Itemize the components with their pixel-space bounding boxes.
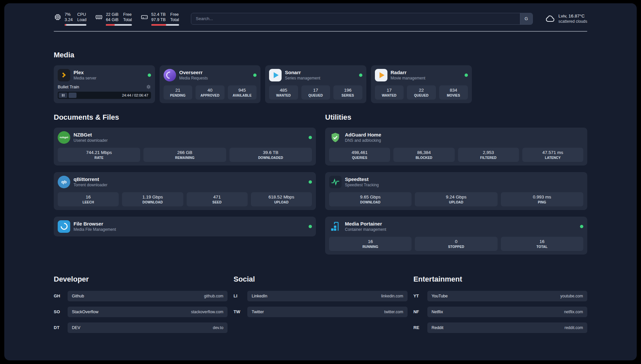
bookmark-stackoverflow[interactable]: SO StackOverflow stackoverflow.com xyxy=(54,307,228,317)
search-input[interactable] xyxy=(191,13,520,24)
stat-queued: 17 QUEUED xyxy=(301,85,330,100)
stat-ping: 0.993 ms PING xyxy=(501,192,583,206)
card-speedtest[interactable]: Speedtest Speedtest Tracking 9.65 Gbps D… xyxy=(325,172,587,210)
bookmark-github[interactable]: GH Github github.com xyxy=(54,291,228,301)
bookmark-url: dev.to xyxy=(213,325,224,330)
stat-label: PING xyxy=(502,200,583,204)
stat-download: 9.65 Gbps DOWNLOAD xyxy=(329,192,412,206)
stat-upload: 9.24 Gbps UPLOAD xyxy=(415,192,497,206)
playback-time: 24:44 / 02:06:47 xyxy=(120,93,150,97)
stat-label: PENDING xyxy=(164,94,192,97)
app-subtitle: Torrent downloader xyxy=(74,183,107,187)
cpu-progress-bar xyxy=(65,24,86,26)
card-overseerr[interactable]: Overseerr Media Requests 21 PENDING 40 A… xyxy=(160,65,261,103)
app-subtitle: DNS and adblocking xyxy=(345,138,381,143)
bookmark-url: stackoverflow.com xyxy=(191,310,223,314)
stat-queries: 498,461 QUERIES xyxy=(329,148,390,162)
stat-value: 266 GB xyxy=(144,150,225,155)
stat-rate: 744.21 Mbps RATE xyxy=(58,148,140,162)
bookmark-abbr: TW xyxy=(233,309,247,314)
stat-value: 21 xyxy=(164,88,192,93)
bookmark-dev[interactable]: DT DEV dev.to xyxy=(54,322,228,333)
ram-label-1: Free xyxy=(123,12,132,17)
stat-value: 834 xyxy=(440,88,468,93)
plex-icon xyxy=(58,69,70,81)
social-column: Social LI LinkedIn linkedin.com TW Twitt… xyxy=(233,275,407,338)
app-title: Plex xyxy=(74,70,96,75)
card-qbittorrent[interactable]: qb qBittorrent Torrent downloader 16 LEE… xyxy=(54,172,316,210)
bookmark-netflix[interactable]: NF Netflix netflix.com xyxy=(413,307,587,317)
card-radarr[interactable]: Radarr Movie management 17 WANTED 22 QUE… xyxy=(371,65,472,103)
card-adguard[interactable]: AdGuard Home DNS and adblocking 498,461 … xyxy=(325,128,587,166)
media-heading: Media xyxy=(54,51,587,59)
stat-movies: 834 MOVIES xyxy=(439,85,468,100)
stat-value: 498,461 xyxy=(330,150,389,155)
status-dot xyxy=(309,225,312,228)
app-title: Sonarr xyxy=(285,70,320,75)
stat-label: DOWNLOAD xyxy=(330,200,411,204)
stat-value: 945 xyxy=(229,88,256,93)
stat-label: QUEUED xyxy=(408,94,435,97)
qbittorrent-icon-text: qb xyxy=(61,179,67,184)
card-filebrowser[interactable]: File Browser Media File Management xyxy=(54,217,316,236)
seek-bar[interactable] xyxy=(69,93,119,98)
stat-label: RATE xyxy=(58,156,139,160)
bookmark-youtube[interactable]: YT YouTube youtube.com xyxy=(413,291,587,301)
app-title: File Browser xyxy=(74,221,116,227)
bookmark-abbr: DT xyxy=(54,325,68,330)
status-dot xyxy=(465,74,468,77)
stat-label: WANTED xyxy=(270,94,297,97)
bookmark-reddit[interactable]: RE Reddit reddit.com xyxy=(413,322,587,333)
utilities-heading: Utilities xyxy=(325,113,587,122)
nzbget-icon-text: nzbget xyxy=(60,136,68,139)
search-engine-button[interactable]: G xyxy=(520,13,533,24)
bookmark-linkedin[interactable]: LI LinkedIn linkedin.com xyxy=(233,291,407,301)
cloud-icon xyxy=(545,14,555,24)
cpu-label-2: Load xyxy=(77,17,86,22)
stat-total: 16 TOTAL xyxy=(501,237,583,251)
pause-button[interactable] xyxy=(59,93,67,98)
card-portainer[interactable]: Media Portainer Container management 16 … xyxy=(325,217,587,255)
stat-label: QUEUED xyxy=(302,94,330,97)
stat-label: DOWNLOADED xyxy=(230,156,311,160)
gear-icon[interactable] xyxy=(146,84,151,89)
topbar: 7% 3.24 CPU Load xyxy=(54,12,587,26)
stat-value: 196 xyxy=(334,88,362,93)
card-nzbget[interactable]: nzbget NZBGet Usenet downloader 744.21 M… xyxy=(54,128,316,166)
stat-series: 196 SERIES xyxy=(333,85,362,100)
disk-progress-bar xyxy=(151,24,179,26)
bookmark-url: reddit.com xyxy=(565,325,583,330)
nzbget-icon: nzbget xyxy=(58,131,70,144)
bookmark-url: twitter.com xyxy=(384,310,403,314)
card-plex[interactable]: Plex Media server Bullet Train xyxy=(54,65,155,103)
adguard-icon xyxy=(329,131,342,144)
entertainment-heading: Entertainment xyxy=(413,275,587,284)
stat-wanted: 485 WANTED xyxy=(269,85,298,100)
stat-download: 1.19 Gbps DOWNLOAD xyxy=(122,192,183,206)
disk-label-2: Total xyxy=(170,17,179,22)
stat-label: REMAINING xyxy=(144,156,225,160)
stat-value: 17 xyxy=(302,88,330,93)
app-subtitle: Media File Management xyxy=(74,227,116,232)
stat-value: 39.6 TB xyxy=(230,150,311,155)
bookmark-twitter[interactable]: TW Twitter twitter.com xyxy=(233,307,407,317)
bookmark-abbr: NF xyxy=(413,309,427,314)
stat-value: 485 xyxy=(270,88,297,93)
stat-leech: 16 LEECH xyxy=(58,192,119,206)
app-title: Speedtest xyxy=(345,176,379,182)
app-title: Media Portainer xyxy=(345,221,386,227)
bookmark-abbr: YT xyxy=(413,293,427,298)
stat-label: RUNNING xyxy=(330,245,411,249)
cpu-widget: 7% 3.24 CPU Load xyxy=(54,12,86,26)
ram-progress-fill xyxy=(106,24,115,26)
card-sonarr[interactable]: Sonarr Series management 485 WANTED 17 Q… xyxy=(265,65,366,103)
weather-widget[interactable]: Lviv, 16.87°C scattered clouds xyxy=(545,14,587,24)
status-dot xyxy=(580,225,583,228)
qbittorrent-icon: qb xyxy=(58,176,70,188)
weather-condition: scattered clouds xyxy=(559,19,587,24)
dashboard: 7% 3.24 CPU Load xyxy=(4,3,637,360)
developer-heading: Developer xyxy=(54,275,228,284)
cpu-percent: 7% xyxy=(65,12,73,17)
stat-stopped: 0 STOPPED xyxy=(415,237,497,251)
overseerr-icon xyxy=(164,69,176,81)
